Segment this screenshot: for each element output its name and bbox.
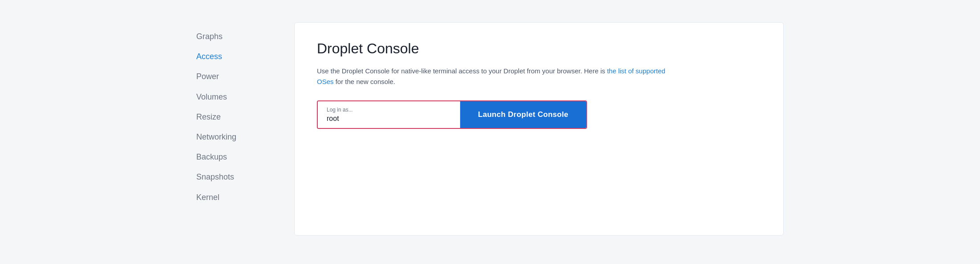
sidebar-item-volumes[interactable]: Volumes: [196, 87, 276, 107]
page-container: GraphsAccessPowerVolumesResizeNetworking…: [178, 13, 802, 244]
sidebar-item-networking[interactable]: Networking: [196, 127, 276, 147]
sidebar-item-power[interactable]: Power: [196, 67, 276, 87]
login-value: root: [327, 115, 451, 123]
sidebar-item-graphs[interactable]: Graphs: [196, 27, 276, 47]
sidebar-item-snapshots[interactable]: Snapshots: [196, 167, 276, 187]
description-text-part2: for the new console.: [334, 78, 395, 85]
login-label: Log in as...: [327, 107, 451, 113]
sidebar-item-resize[interactable]: Resize: [196, 107, 276, 127]
login-input-wrapper: Log in as... root: [318, 101, 460, 128]
launch-section: Log in as... root Launch Droplet Console: [317, 100, 587, 129]
sidebar: GraphsAccessPowerVolumesResizeNetworking…: [196, 22, 276, 236]
sidebar-item-backups[interactable]: Backups: [196, 147, 276, 167]
launch-droplet-console-button[interactable]: Launch Droplet Console: [460, 101, 586, 128]
description-text-part1: Use the Droplet Console for native-like …: [317, 67, 607, 75]
sidebar-item-kernel[interactable]: Kernel: [196, 188, 276, 208]
main-content: Droplet Console Use the Droplet Console …: [294, 22, 784, 236]
sidebar-item-access[interactable]: Access: [196, 47, 276, 67]
console-title: Droplet Console: [317, 40, 761, 57]
console-description: Use the Droplet Console for native-like …: [317, 66, 673, 87]
